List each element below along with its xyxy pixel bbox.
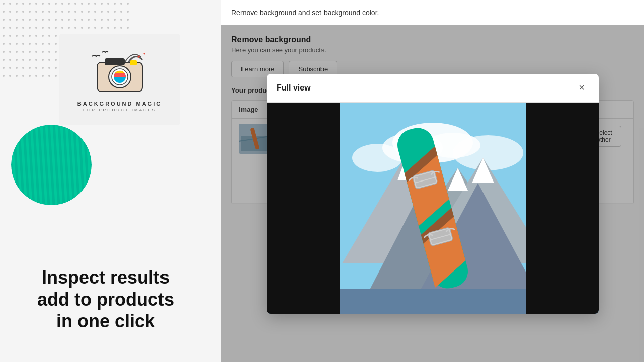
left-black-panel xyxy=(267,103,340,314)
svg-text:♥: ♥ xyxy=(143,52,145,55)
modal-header: Full view × xyxy=(267,74,599,103)
modal-close-button[interactable]: × xyxy=(575,81,589,95)
svg-text:♥: ♥ xyxy=(137,54,140,59)
full-view-modal: Full view × xyxy=(267,74,599,314)
modal-title: Full view xyxy=(277,83,311,93)
right-black-panel xyxy=(526,103,599,314)
logo-illustration: ♥ ♥ xyxy=(87,47,152,98)
content-area: Remove background Here you can see your … xyxy=(221,25,644,362)
svg-rect-1 xyxy=(105,58,125,65)
left-panel: ♥ ♥ BACKGROUND MAGIC FOR PRODUCT IMAGES xyxy=(0,0,221,362)
snowboard-image xyxy=(357,113,508,304)
top-bar-text: Remove background and set background col… xyxy=(231,9,379,17)
logo-text-block: BACKGROUND MAGIC FOR PRODUCT IMAGES xyxy=(77,101,162,112)
app-panel: Remove background and set background col… xyxy=(221,0,644,362)
modal-body xyxy=(267,103,599,314)
logo-subtitle: FOR PRODUCT IMAGES xyxy=(77,108,162,112)
hero-text: Inspect results add to products in one c… xyxy=(15,266,196,332)
logo-title: BACKGROUND MAGIC xyxy=(77,101,162,107)
top-bar: Remove background and set background col… xyxy=(221,0,644,25)
logo-card: ♥ ♥ BACKGROUND MAGIC FOR PRODUCT IMAGES xyxy=(59,34,180,125)
modal-overlay[interactable]: Full view × xyxy=(221,25,644,362)
svg-rect-5 xyxy=(130,60,137,65)
teal-circle-decoration xyxy=(11,125,92,205)
